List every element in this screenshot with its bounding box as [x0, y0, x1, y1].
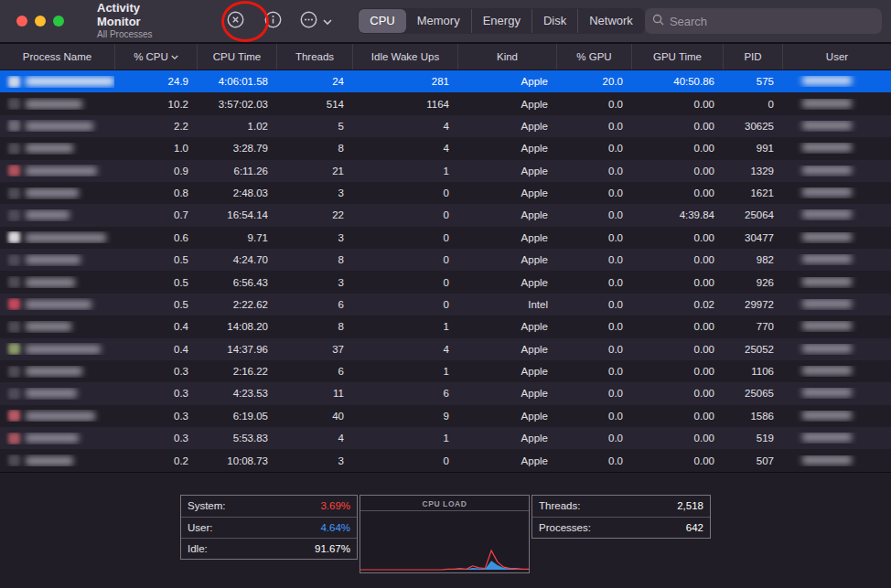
cell-wake: 0 [352, 254, 457, 265]
cell-pid: 770 [723, 321, 782, 332]
table-row[interactable]: 0.96:11.26211Apple0.00.001329 [0, 160, 891, 182]
cell-threads: 514 [276, 99, 352, 110]
user-cell [782, 99, 891, 110]
redacted-user [802, 433, 852, 442]
search-input[interactable] [670, 15, 875, 28]
table-row[interactable]: 0.36:19.05409Apple0.00.001586 [0, 405, 891, 427]
process-icon [8, 276, 20, 288]
table-row[interactable]: 0.716:54.14220Apple0.04:39.8425064 [0, 204, 891, 226]
table-row[interactable]: 0.32:16.2261Apple0.00.001106 [0, 360, 891, 382]
zoom-button[interactable] [53, 16, 64, 27]
cell-gtime: 0.00 [631, 166, 723, 176]
cell-gtime: 0.00 [631, 388, 723, 399]
cell-pid: 991 [723, 143, 782, 154]
threads-box: Threads:2,518Processes:642 [531, 495, 711, 539]
cell-kind: Apple [457, 76, 556, 87]
stop-process-button[interactable] [225, 9, 246, 33]
search-field[interactable] [645, 8, 882, 34]
column-header-cpu[interactable]: % CPU [114, 44, 197, 69]
table-row[interactable]: 0.52:22.6260Intel0.00.0229972 [0, 294, 891, 315]
redacted-user [802, 344, 852, 353]
user-cell [782, 232, 891, 243]
redacted-process-name [26, 210, 70, 219]
redacted-user [802, 299, 852, 308]
traffic-lights [16, 16, 64, 27]
cell-time: 5:53.83 [197, 433, 276, 444]
stat-row: Idle:91.67% [181, 538, 357, 559]
tab-energy[interactable]: Energy [471, 9, 531, 33]
process-icon [8, 298, 20, 310]
user-cell [782, 299, 891, 310]
cell-threads: 3 [276, 187, 352, 198]
cell-gtime: 0.00 [631, 143, 723, 154]
table-body: 24.94:06:01.5824281Apple20.040:50.865751… [0, 70, 891, 472]
cell-cpu: 0.5 [114, 299, 197, 310]
redacted-process-name [26, 233, 106, 242]
cell-time: 9.71 [197, 232, 276, 243]
cpu-load-graph [360, 511, 529, 572]
more-options-button[interactable] [298, 9, 332, 34]
footer: System:3.69%User:4.64%Idle:91.67% CPU LO… [0, 472, 891, 586]
table-row[interactable]: 0.69.7130Apple0.00.0030477 [0, 227, 891, 249]
process-icon [8, 343, 20, 355]
process-name-cell [0, 98, 114, 110]
table-row[interactable]: 0.82:48.0330Apple0.00.001621 [0, 182, 891, 204]
cell-gpu: 0.0 [556, 166, 631, 176]
table-row[interactable]: 0.414:37.96374Apple0.00.0025052 [0, 338, 891, 360]
cell-cpu: 0.3 [114, 366, 197, 377]
table-row[interactable]: 0.210:08.7330Apple0.00.00507 [0, 449, 891, 471]
redacted-user [802, 254, 852, 263]
column-header-gpu[interactable]: % GPU [556, 44, 631, 69]
process-name-cell [0, 410, 114, 422]
table-row[interactable]: 0.34:23.53116Apple0.00.0025065 [0, 382, 891, 404]
table-row[interactable]: 0.414:08.2081Apple0.00.00770 [0, 315, 891, 337]
column-header-idle-wake-ups[interactable]: Idle Wake Ups [352, 44, 457, 69]
redacted-user [802, 121, 852, 130]
cell-gtime: 0.00 [631, 277, 723, 288]
table-row[interactable]: 0.54:24.7080Apple0.00.00982 [0, 249, 891, 271]
process-name-cell [0, 321, 114, 333]
redacted-process-name [26, 412, 95, 421]
cell-pid: 25065 [723, 388, 782, 399]
table-row[interactable]: 24.94:06:01.5824281Apple20.040:50.86575 [0, 70, 891, 92]
cell-pid: 0 [723, 99, 782, 110]
column-header-process-name[interactable]: Process Name [0, 44, 114, 69]
view-segmented-control: CPU Memory Energy Disk Network [358, 8, 645, 34]
cell-gpu: 0.0 [556, 455, 631, 466]
tab-disk[interactable]: Disk [531, 9, 577, 33]
column-header-gpu-time[interactable]: GPU Time [631, 44, 723, 69]
redacted-process-name [26, 166, 97, 176]
inspect-process-button[interactable] [263, 9, 284, 33]
column-header-threads[interactable]: Threads [276, 44, 352, 69]
column-header-kind[interactable]: Kind [457, 44, 556, 69]
table-row[interactable]: 2.21.0254Apple0.00.0030625 [0, 115, 891, 137]
redacted-process-name [26, 389, 77, 398]
user-cell [782, 121, 891, 132]
user-cell [782, 209, 891, 220]
tab-memory[interactable]: Memory [406, 9, 471, 33]
column-header-cpu-time[interactable]: CPU Time [197, 44, 276, 69]
cell-pid: 25064 [723, 209, 782, 220]
tab-network[interactable]: Network [577, 9, 644, 33]
redacted-process-name [26, 278, 75, 287]
table-row[interactable]: 10.23:57:02.035141164Apple0.00.000 [0, 92, 891, 114]
user-cell [782, 166, 891, 176]
table-row[interactable]: 0.56:56.4330Apple0.00.00926 [0, 271, 891, 293]
stat-label: Threads: [539, 500, 580, 511]
tab-cpu[interactable]: CPU [359, 9, 405, 33]
cell-kind: Apple [457, 277, 556, 288]
cell-gtime: 0.00 [631, 121, 723, 132]
column-header-user[interactable]: User [782, 44, 891, 69]
redacted-process-name [26, 456, 73, 465]
table-row[interactable]: 1.03:28.7984Apple0.00.00991 [0, 137, 891, 159]
cell-threads: 3 [276, 232, 352, 243]
cell-gtime: 0.00 [631, 366, 723, 377]
cell-wake: 6 [352, 388, 457, 399]
redacted-user [802, 366, 852, 375]
close-button[interactable] [16, 16, 27, 27]
table-row[interactable]: 0.35:53.8341Apple0.00.00519 [0, 427, 891, 449]
minimize-button[interactable] [35, 16, 46, 27]
column-header-pid[interactable]: PID [723, 44, 782, 69]
cell-kind: Apple [457, 99, 556, 110]
cell-cpu: 10.2 [114, 99, 197, 110]
